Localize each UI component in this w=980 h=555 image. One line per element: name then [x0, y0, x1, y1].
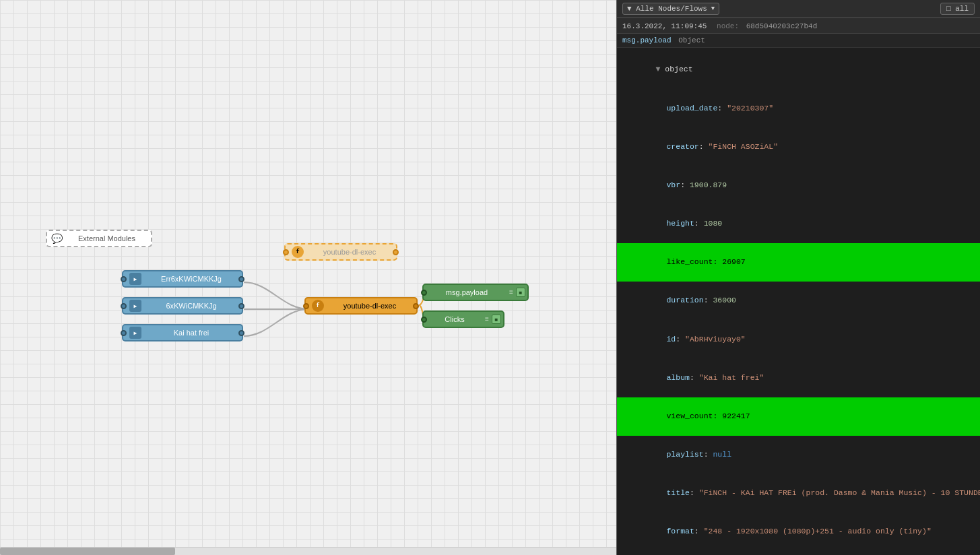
json-like-count: like_count: 26907 — [617, 243, 980, 282]
debug-toggle-msg[interactable]: ■ — [516, 288, 525, 297]
node-inject-kai[interactable]: ▶ Kai hat frei — [122, 324, 243, 341]
payload-type: Object — [678, 36, 705, 44]
port-in-youtube-inactive — [283, 249, 289, 255]
node-id: 68d5040203c27b4d — [746, 22, 818, 30]
port-out-6x — [238, 303, 244, 309]
canvas-scrollbar-thumb[interactable] — [0, 548, 175, 555]
json-duration: duration: 36000 — [617, 282, 980, 320]
json-object-root: ▼ object — [617, 51, 980, 89]
json-content[interactable]: ▼ object upload_date: "20210307" creator… — [617, 48, 980, 555]
node-youtube-active[interactable]: f youtube-dl-exec — [304, 297, 418, 315]
json-view-count: view_count: 922417 — [617, 397, 980, 436]
json-creator: creator: "FiNCH ASOZiAL" — [617, 127, 980, 166]
json-format: format: "248 - 1920x1080 (1080p)+251 - a… — [617, 513, 980, 551]
json-ext: ext: "webm" — [617, 551, 980, 555]
menu-icon-clicks[interactable]: ≡ — [482, 316, 492, 323]
json-vbr: vbr: 1900.879 — [617, 166, 980, 205]
json-id: id: "AbRHViuyay0" — [617, 320, 980, 358]
dropdown-arrow: ▼ — [711, 5, 715, 12]
timestamp: 16.3.2022, 11:09:45 — [622, 22, 707, 30]
msg-payload-line: msg.payload Object — [617, 34, 980, 48]
payload-key: msg.payload — [622, 36, 672, 44]
debug-toggle-clicks[interactable]: ■ — [492, 315, 501, 324]
port-in-kai — [121, 330, 127, 336]
port-in-6x — [121, 303, 127, 309]
port-out-youtube-inactive — [393, 249, 399, 255]
port-out-kai — [238, 330, 244, 336]
port-in-err — [121, 276, 127, 282]
json-playlist: playlist: null — [617, 436, 980, 474]
port-out-err — [238, 276, 244, 282]
canvas-scrollbar[interactable] — [0, 547, 616, 555]
json-height: height: 1080 — [617, 205, 980, 243]
json-title: title: "FiNCH - KAi HAT FREi (prod. Dasm… — [617, 474, 980, 513]
port-in-msg-payload — [421, 290, 427, 296]
json-upload-date: upload_date: "20210307" — [617, 89, 980, 127]
node-msg-payload[interactable]: msg.payload ≡ ■ — [422, 284, 529, 301]
menu-icon-msg[interactable]: ≡ — [507, 289, 516, 296]
node-inject-err[interactable]: ▶ Err6xKWiCMKKJg — [122, 270, 243, 288]
port-out-youtube-active — [413, 303, 419, 309]
node-inject-6x[interactable]: ▶ 6xKWiCMKKJg — [122, 297, 243, 315]
wires-svg — [0, 0, 616, 555]
debug-panel: ▼ Alle Nodes/Flows ▼ □ all 16.3.2022, 11… — [616, 0, 980, 555]
node-youtube-inactive[interactable]: f youtube-dl-exec — [284, 243, 397, 261]
node-prefix: node: — [717, 22, 739, 30]
all-button[interactable]: □ all — [940, 3, 975, 15]
port-in-clicks — [421, 317, 427, 323]
filter-label: ▼ Alle Nodes/Flows — [627, 5, 707, 13]
filter-dropdown[interactable]: ▼ Alle Nodes/Flows ▼ — [622, 3, 719, 15]
node-clicks[interactable]: Clicks ≡ ■ — [422, 311, 504, 328]
flow-canvas[interactable]: 💬 External Modules ▶ Err6xKWiCMKKJg ▶ 6x… — [0, 0, 616, 555]
debug-panel-meta: 16.3.2022, 11:09:45 node: 68d5040203c27b… — [617, 18, 980, 34]
debug-panel-header: ▼ Alle Nodes/Flows ▼ □ all — [617, 0, 980, 18]
port-in-youtube-active — [303, 303, 309, 309]
node-external-modules[interactable]: 💬 External Modules — [46, 230, 152, 247]
json-album: album: "Kai hat frei" — [617, 358, 980, 397]
